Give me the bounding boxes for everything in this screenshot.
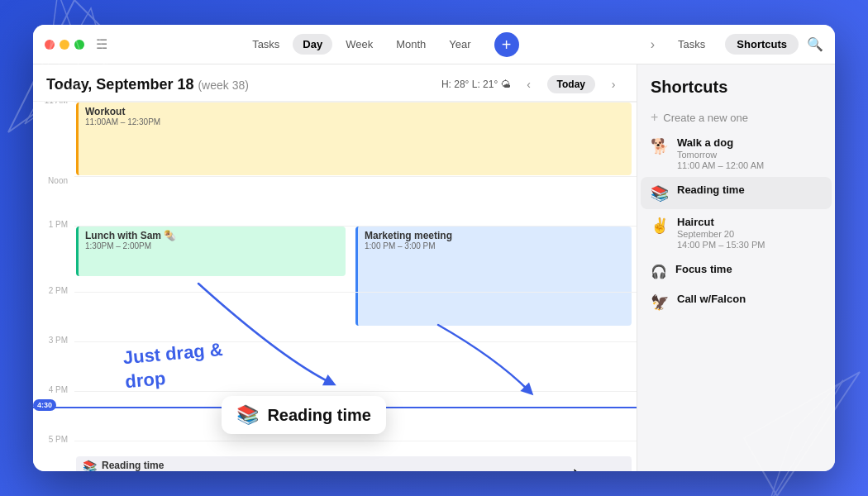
cursor-icon: [572, 466, 587, 471]
tab-year[interactable]: Year: [439, 34, 480, 55]
nav-right: › Tasks Shortcuts 🔍: [647, 34, 823, 55]
app-window: ☰ Tasks Day Week Month Year + › Tasks Sh…: [33, 25, 835, 471]
event-reading[interactable]: 📚 Reading time 4:30 PM – 6:00 PM: [76, 456, 632, 471]
walk-dog-sub2: 11:00 AM – 12:00 AM: [677, 160, 764, 170]
calendar-header: Today, September 18 (week 38) H: 28° L: …: [33, 64, 637, 102]
workout-title: Workout: [85, 106, 625, 117]
time-slot-noon[interactable]: [74, 176, 637, 226]
tab-month[interactable]: Month: [386, 34, 436, 55]
maximize-button[interactable]: [74, 40, 84, 50]
lunch-title: Lunch with Sam 🌯: [85, 230, 339, 241]
reading-icon: 📚: [83, 460, 97, 471]
reading-time-icon: 📚: [651, 184, 669, 203]
time-label-1pm: 1 PM: [33, 221, 74, 292]
marketing-title: Marketing meeting: [365, 230, 625, 241]
time-slot-2pm[interactable]: Just drag &drop: [74, 292, 637, 341]
reading-title: Reading time: [102, 460, 173, 471]
workout-time: 11:00AM – 12:30PM: [85, 117, 625, 126]
haircut-info: Haircut September 20 14:00 PM – 15:30 PM: [677, 216, 765, 250]
weather-info: H: 28° L: 21° 🌤: [441, 79, 511, 90]
today-button[interactable]: Today: [547, 75, 595, 93]
shortcut-item-reading[interactable]: 📚 Reading time: [641, 177, 832, 209]
add-event-button[interactable]: +: [494, 32, 519, 57]
reading-text: Reading time 4:30 PM – 6:00 PM: [102, 460, 173, 471]
close-button[interactable]: [45, 40, 55, 50]
shortcut-item-focus[interactable]: 🎧 Focus time: [637, 256, 835, 286]
time-slot-1pm[interactable]: Lunch with Sam 🌯 1:30PM – 2:00PM Marketi…: [74, 226, 637, 292]
time-label-noon: Noon: [33, 176, 74, 226]
tab-week[interactable]: Week: [336, 34, 383, 55]
time-row-1pm: 1 PM Lunch with Sam 🌯 1:30PM – 2:00PM Ma…: [33, 226, 637, 292]
time-row-11am: 11 AM Workout 11:00AM – 12:30PM: [33, 102, 637, 176]
walk-dog-name: Walk a dog: [677, 136, 764, 149]
sidebar: Shortcuts + Create a new one 🐕 Walk a do…: [637, 64, 835, 471]
falcon-info: Call w/Falcon: [677, 293, 746, 305]
time-row-5pm: 5 PM 📚 Reading time 4:30 PM – 6:00 PM: [33, 441, 637, 471]
focus-time-name: Focus time: [675, 263, 732, 275]
sidebar-title: Shortcuts: [637, 74, 835, 105]
calendar-area: Today, September 18 (week 38) H: 28° L: …: [33, 64, 637, 471]
shortcut-item-haircut[interactable]: ✌️ Haircut September 20 14:00 PM – 15:30…: [637, 209, 835, 256]
focus-time-info: Focus time: [675, 263, 732, 275]
marketing-time: 1:00 PM – 3:00 PM: [365, 241, 625, 250]
reading-time-name: Reading time: [677, 184, 745, 196]
current-time-badge: 4:30: [33, 399, 56, 411]
drag-drop-annotation: Just drag &drop: [122, 338, 227, 394]
time-grid[interactable]: 11 AM Workout 11:00AM – 12:30PM Noon: [33, 102, 637, 471]
tab-day[interactable]: Day: [293, 34, 332, 55]
haircut-sub2: 14:00 PM – 15:30 PM: [677, 240, 765, 250]
nav-forward-icon[interactable]: ›: [647, 34, 658, 55]
date-label: September 18: [96, 76, 193, 93]
content-area: Today, September 18 (week 38) H: 28° L: …: [33, 64, 835, 471]
shortcut-item-falcon[interactable]: 🦅 Call w/Falcon: [637, 286, 835, 318]
time-label-4pm: 4 PM: [33, 386, 74, 441]
week-label: (week 38): [198, 79, 248, 92]
reading-time-info: Reading time: [677, 184, 745, 196]
time-row-2pm: 2 PM Just drag &drop: [33, 292, 637, 341]
hamburger-menu-icon[interactable]: ☰: [96, 36, 107, 52]
search-icon[interactable]: 🔍: [807, 36, 823, 52]
create-new-label: Create a new one: [663, 112, 748, 124]
time-label-3pm: 3 PM: [33, 336, 74, 391]
shortcut-item-walk-dog[interactable]: 🐕 Walk a dog Tomorrow 11:00 AM – 12:00 A…: [637, 130, 835, 177]
drag-tooltip: 📚 Reading time: [222, 396, 386, 434]
focus-time-icon: 🎧: [651, 264, 667, 279]
next-day-button[interactable]: ›: [603, 74, 623, 94]
titlebar: ☰ Tasks Day Week Month Year + › Tasks Sh…: [33, 25, 835, 64]
tooltip-icon: 📚: [236, 404, 259, 426]
haircut-icon: ✌️: [651, 217, 669, 235]
traffic-lights: [45, 40, 84, 50]
haircut-name: Haircut: [677, 216, 765, 228]
nav-tasks-button[interactable]: Tasks: [666, 34, 717, 55]
time-slot-5pm[interactable]: 📚 Reading time 4:30 PM – 6:00 PM 📚 Readi…: [74, 441, 637, 471]
event-workout[interactable]: Workout 11:00AM – 12:30PM: [76, 103, 632, 175]
time-row-noon: Noon: [33, 176, 637, 226]
tooltip-label: Reading time: [267, 406, 371, 425]
tab-tasks[interactable]: Tasks: [242, 34, 289, 55]
falcon-name: Call w/Falcon: [677, 293, 746, 305]
time-label-2pm: 2 PM: [33, 287, 74, 341]
today-label: Today,: [46, 76, 92, 93]
event-lunch[interactable]: Lunch with Sam 🌯 1:30PM – 2:00PM: [76, 227, 346, 276]
nav-shortcuts-button[interactable]: Shortcuts: [725, 34, 799, 55]
walk-dog-sub1: Tomorrow: [677, 150, 764, 160]
prev-day-button[interactable]: ‹: [519, 74, 539, 94]
haircut-sub1: September 20: [677, 229, 765, 239]
create-new-button[interactable]: + Create a new one: [637, 105, 835, 130]
falcon-icon: 🦅: [651, 293, 669, 312]
minimize-button[interactable]: [60, 40, 69, 50]
time-slot-11am[interactable]: Workout 11:00AM – 12:30PM: [74, 102, 637, 176]
time-label-11am: 11 AM: [33, 102, 74, 176]
calendar-title: Today, September 18 (week 38): [46, 76, 249, 93]
lunch-time: 1:30PM – 2:00PM: [85, 241, 339, 250]
walk-dog-info: Walk a dog Tomorrow 11:00 AM – 12:00 AM: [677, 136, 764, 170]
nav-tabs: Tasks Day Week Month Year +: [124, 32, 647, 57]
weather-nav: H: 28° L: 21° 🌤 ‹ Today ›: [441, 74, 623, 94]
plus-icon: +: [651, 110, 658, 125]
walk-dog-icon: 🐕: [651, 137, 669, 155]
time-label-5pm: 5 PM: [33, 436, 74, 471]
